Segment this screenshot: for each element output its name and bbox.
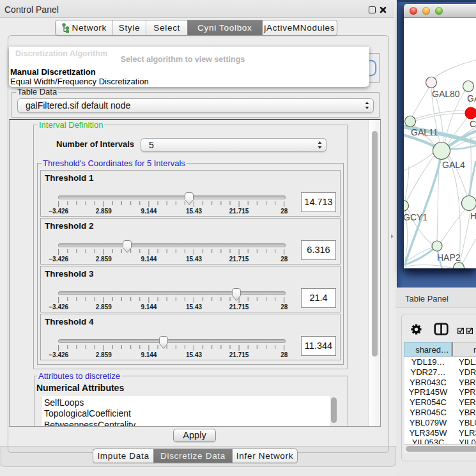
svg-text:GCY1: GCY1 (404, 212, 427, 222)
svg-text:C: C (470, 119, 476, 129)
svg-text:GA: GA (467, 93, 476, 104)
svg-text:GAL11: GAL11 (411, 127, 438, 137)
svg-text:H: H (470, 211, 476, 221)
svg-text:GAL4: GAL4 (442, 160, 465, 170)
svg-text:GAL80: GAL80 (432, 89, 460, 99)
svg-text:HAP2: HAP2 (437, 252, 461, 263)
